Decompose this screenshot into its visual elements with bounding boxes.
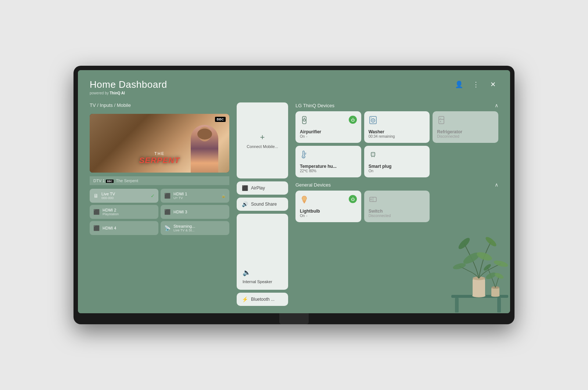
bluetooth-button[interactable]: ⚡ Bluetooth ... xyxy=(237,293,288,306)
airpurifier-card-top: ⏻ xyxy=(300,116,357,126)
live-tv-details: Live TV 000-000 xyxy=(101,192,148,200)
washer-icon xyxy=(369,116,377,126)
lightbulb-chevron-icon: › xyxy=(306,214,307,218)
device-card-washer[interactable]: Washer 00:34 remaining xyxy=(364,111,430,143)
hdmi4-icon: ⬛ xyxy=(93,225,100,231)
input-live-tv[interactable]: 🖥 Live TV 000-000 ✓ xyxy=(90,189,158,203)
general-device-grid: ⏻ Lightbulb On › xyxy=(295,191,498,222)
dashboard-header: Home Dashboard powered by ThinQ AI 👤 ⋮ ✕ xyxy=(90,79,498,95)
device-card-smartplug[interactable]: Smart plug On xyxy=(364,146,430,177)
streaming-details: Streaming... Live TV & St... xyxy=(173,224,226,232)
refrigerator-status: Disconnected xyxy=(437,134,494,138)
tv-preview-image: BBC THE SERPENT xyxy=(90,114,229,173)
hdmi2-details: HDMI 2 Playstation xyxy=(103,208,155,216)
input-hdmi3[interactable]: ⬛ HDMI 3 xyxy=(161,205,229,219)
lightbulb-name: Lightbulb xyxy=(300,209,357,214)
lightbulb-card-top: ⏻ xyxy=(300,195,357,206)
device-card-lightbulb[interactable]: ⏻ Lightbulb On › xyxy=(295,191,361,222)
account-button[interactable]: 👤 xyxy=(453,79,465,90)
bluetooth-label: Bluetooth ... xyxy=(251,297,275,302)
more-options-button[interactable]: ⋮ xyxy=(470,79,481,90)
switch-name: Switch xyxy=(369,209,426,214)
input-streaming[interactable]: 📡 Streaming... Live TV & St... xyxy=(161,221,229,235)
chevron-right-icon: › xyxy=(306,135,307,138)
switch-status: Disconnected xyxy=(369,214,426,218)
left-panel: TV / Inputs / Mobile BBC THE xyxy=(90,102,229,306)
header-actions: 👤 ⋮ ✕ xyxy=(453,79,498,90)
connect-mobile-label: Connect Mobile... xyxy=(247,144,278,149)
tv-frame: Home Dashboard powered by ThinQ AI 👤 ⋮ ✕… xyxy=(74,66,514,324)
svg-point-24 xyxy=(371,118,372,118)
general-collapse-button[interactable]: ∧ xyxy=(495,182,498,188)
dashboard-title: Home Dashboard xyxy=(90,79,167,90)
temperature-name: Temperature hu... xyxy=(300,164,357,169)
airpurifier-icon xyxy=(300,116,309,126)
hdmi4-name: HDMI 4 xyxy=(103,226,155,230)
svg-point-22 xyxy=(371,119,375,122)
lock-icon: 🔒 xyxy=(221,194,226,198)
middle-panel: + Connect Mobile... ⬛ AirPlay 🔊 Sound Sh… xyxy=(237,102,288,306)
hdmi3-icon: ⬛ xyxy=(164,209,171,215)
airplay-button[interactable]: ⬛ AirPlay xyxy=(237,181,288,195)
sound-share-button[interactable]: 🔊 Sound Share xyxy=(237,198,288,211)
show-name: The Serpent xyxy=(116,178,138,183)
airpurifier-power-icon: ⏻ xyxy=(349,116,357,124)
temperature-status: 22℃ 80% xyxy=(300,169,357,173)
tv-screen: Home Dashboard powered by ThinQ AI 👤 ⋮ ✕… xyxy=(78,70,510,313)
airpurifier-status: On › xyxy=(300,134,357,138)
svg-point-19 xyxy=(303,119,305,121)
header-title-area: Home Dashboard powered by ThinQ AI xyxy=(90,79,167,95)
washer-status: 00:34 remaining xyxy=(369,134,426,138)
airpurifier-name: Airpurifier xyxy=(300,129,357,134)
thinq-collapse-button[interactable]: ∧ xyxy=(495,102,498,108)
internal-speaker-button[interactable]: 🔈 Internal Speaker xyxy=(237,214,288,290)
sound-share-label: Sound Share xyxy=(251,202,277,207)
device-card-refrigerator[interactable]: Refrigerator Disconnected xyxy=(433,111,498,143)
active-check-icon: ✓ xyxy=(151,193,155,199)
hdmi3-name: HDMI 3 xyxy=(173,210,226,214)
hdmi2-name: HDMI 2 xyxy=(103,208,155,212)
svg-rect-21 xyxy=(370,116,376,124)
internal-speaker-label: Internal Speaker xyxy=(243,279,272,284)
close-button[interactable]: ✕ xyxy=(487,79,498,90)
svg-rect-30 xyxy=(371,152,375,156)
svg-point-23 xyxy=(372,120,374,121)
device-card-airpurifier[interactable]: ⏻ Airpurifier On › xyxy=(295,111,361,143)
svg-point-29 xyxy=(303,156,304,158)
dashboard: Home Dashboard powered by ThinQ AI 👤 ⋮ ✕… xyxy=(78,70,510,313)
tv-preview[interactable]: BBC THE SERPENT xyxy=(90,114,229,173)
sound-share-icon: 🔊 xyxy=(242,201,248,207)
temperature-card-top xyxy=(300,150,357,161)
speaker-icon: 🔈 xyxy=(243,268,251,277)
thinq-section-title: LG ThinQ Devices xyxy=(295,103,334,108)
input-hdmi4[interactable]: ⬛ HDMI 4 xyxy=(90,221,158,235)
switch-device-icon xyxy=(369,195,377,206)
airplay-icon: ⬛ xyxy=(242,185,248,191)
lightbulb-icon xyxy=(300,195,309,206)
input-hdmi2[interactable]: ⬛ HDMI 2 Playstation xyxy=(90,205,158,219)
channel-label: DTV 1 BBC xyxy=(93,178,114,183)
tv-channel-info: DTV 1 BBC The Serpent xyxy=(90,176,229,185)
show-title: THE SERPENT xyxy=(139,151,180,165)
right-panel: LG ThinQ Devices ∧ xyxy=(295,102,498,306)
refrigerator-name: Refrigerator xyxy=(437,129,494,134)
streaming-name: Streaming... xyxy=(173,224,226,228)
smartplug-card-top xyxy=(369,150,426,161)
general-section-header: General Devices ∧ xyxy=(295,182,498,188)
hdmi1-details: HDMI 1 U+ TV xyxy=(173,192,218,200)
general-section-title: General Devices xyxy=(295,182,331,188)
svg-rect-25 xyxy=(439,116,444,124)
svg-point-37 xyxy=(370,199,372,200)
hdmi4-details: HDMI 4 xyxy=(103,226,155,230)
device-card-temperature[interactable]: Temperature hu... 22℃ 80% xyxy=(295,146,361,177)
main-content: TV / Inputs / Mobile BBC THE xyxy=(90,102,498,306)
lightbulb-status: On › xyxy=(300,214,357,218)
connect-mobile-button[interactable]: + Connect Mobile... xyxy=(237,102,288,178)
device-card-switch[interactable]: Switch Disconnected xyxy=(364,191,430,222)
input-hdmi1[interactable]: ⬛ HDMI 1 U+ TV 🔒 xyxy=(161,189,229,203)
airplay-label: AirPlay xyxy=(251,185,265,191)
refrigerator-icon xyxy=(437,116,446,126)
plus-icon: + xyxy=(260,133,265,142)
tv-stand xyxy=(279,313,309,324)
thinq-device-grid: ⏻ Airpurifier On › xyxy=(295,111,498,177)
